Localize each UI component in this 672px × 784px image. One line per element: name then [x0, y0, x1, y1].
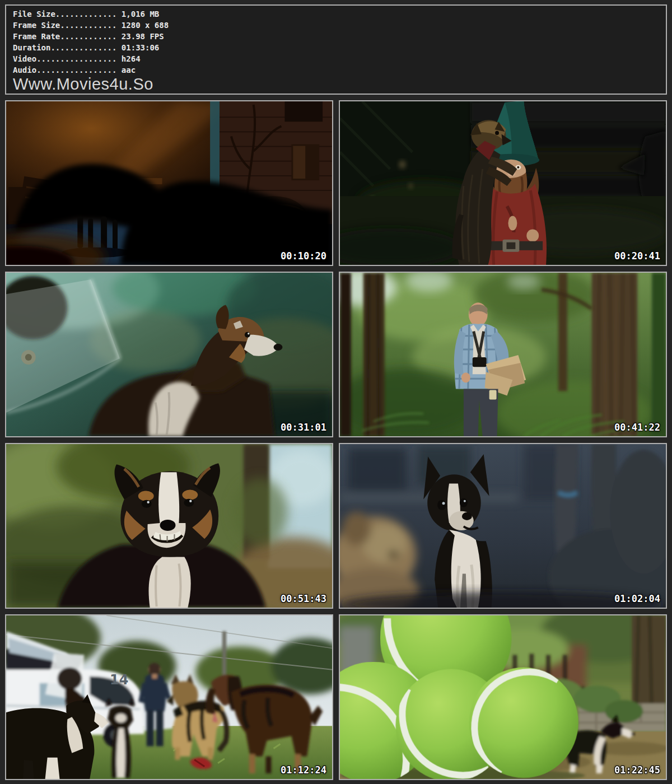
- info-row-video: Video.................h264: [13, 53, 664, 64]
- info-row-frame-rate: Frame Rate............23.98 FPS: [13, 31, 664, 42]
- thumbnail-6: 01:02:04: [339, 443, 667, 609]
- info-label: Frame Size............: [13, 21, 116, 30]
- timestamp-overlay: 01:02:04: [614, 593, 660, 604]
- timestamp-overlay: 00:51:43: [281, 593, 326, 604]
- scene-smiling-aussie: [6, 444, 332, 608]
- timestamp-overlay: 00:41:22: [614, 422, 660, 433]
- info-value: 01:33:06: [116, 43, 159, 52]
- info-label: Audio.................: [13, 66, 116, 74]
- info-label: Video.................: [13, 54, 116, 63]
- scene-tennis-balls: [340, 615, 666, 779]
- scene-boston-terrier: [340, 444, 666, 608]
- info-value: 1280 x 688: [116, 21, 169, 30]
- info-label: File Size.............: [13, 10, 116, 18]
- thumbnail-1: 00:10:20: [5, 100, 333, 266]
- site-watermark: Www.Movies4u.So: [13, 76, 664, 92]
- info-value: h264: [116, 54, 140, 63]
- info-value: aac: [116, 66, 136, 74]
- scene-dog-gnome: [340, 101, 666, 265]
- thumbnail-7: 14: [5, 614, 333, 780]
- info-value: 23.98 FPS: [116, 32, 164, 41]
- timestamp-overlay: 00:20:41: [614, 250, 660, 262]
- scene-night-alley-dog: [6, 101, 332, 265]
- thumbnail-8: 01:22:45: [339, 614, 667, 780]
- tree-trunk-left: [363, 273, 385, 436]
- tree-trunk-right: [592, 273, 638, 436]
- thumbnail-4: 00:41:22: [339, 272, 667, 437]
- thumbnail-2: 00:20:41: [339, 100, 667, 266]
- binoculars: [473, 357, 487, 367]
- screenshot-grid: 00:10:20: [5, 100, 667, 780]
- info-row-file-size: File Size.............1,016 MB: [13, 8, 664, 20]
- media-info-panel: File Size.............1,016 MB Frame Siz…: [5, 4, 667, 95]
- blurry-gray-dog: [549, 444, 666, 608]
- info-row-duration: Duration..............01:33:06: [13, 42, 664, 53]
- info-row-frame-size: Frame Size............1280 x 688: [13, 20, 664, 31]
- timestamp-overlay: 01:22:45: [614, 764, 660, 776]
- scene-aussie-barn: [6, 273, 332, 436]
- info-label: Frame Rate............: [13, 32, 116, 41]
- thumbnail-3: 00:31:01: [5, 272, 333, 437]
- timestamp-overlay: 01:12:24: [281, 764, 326, 776]
- scene-man-forest: [340, 273, 666, 436]
- info-value: 1,016 MB: [116, 10, 159, 18]
- timestamp-overlay: 00:31:01: [281, 422, 326, 433]
- thumbnail-5: 00:51:43: [5, 443, 333, 609]
- timestamp-overlay: 00:10:20: [281, 250, 326, 262]
- scene-van-dogs: 14: [6, 615, 332, 779]
- van-number: 14: [110, 672, 128, 688]
- info-row-audio: Audio.................aac: [13, 64, 664, 76]
- info-label: Duration..............: [13, 43, 116, 52]
